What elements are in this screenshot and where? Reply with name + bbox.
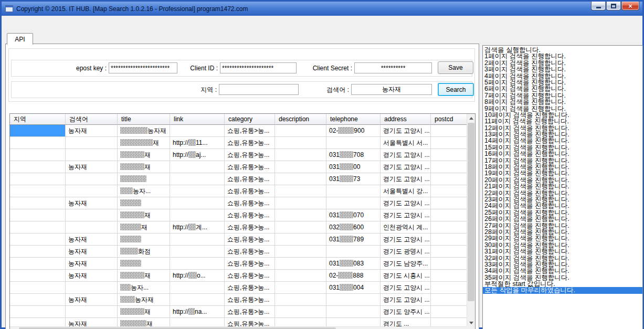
grid-cell[interactable]: 농자재 <box>66 294 118 306</box>
grid-cell[interactable] <box>170 125 225 137</box>
grid-cell[interactable]: 쇼핑,유통>농... <box>225 282 275 294</box>
grid-cell[interactable]: 농자재 <box>66 318 118 327</box>
grid-cell[interactable] <box>10 234 66 246</box>
grid-cell[interactable] <box>10 294 66 306</box>
grid-cell[interactable] <box>170 318 225 327</box>
grid-cell[interactable] <box>275 306 326 318</box>
grid-cell[interactable] <box>10 258 66 270</box>
grid-cell[interactable] <box>431 161 467 173</box>
grid-cell[interactable] <box>10 246 66 258</box>
grid-cell[interactable] <box>170 234 225 246</box>
grid-cell[interactable] <box>66 306 118 318</box>
grid-cell[interactable]: 쇼핑,유통>농... <box>225 234 275 246</box>
column-header[interactable]: telephone <box>326 114 381 125</box>
grid-cell[interactable] <box>326 137 381 149</box>
grid-cell[interactable]: 재 <box>118 137 170 149</box>
client-id-field[interactable] <box>220 62 297 73</box>
column-header[interactable]: link <box>170 114 225 125</box>
grid-cell[interactable]: 경기도 고양시 ... <box>381 234 431 246</box>
grid-cell[interactable]: 02-900 <box>326 125 381 137</box>
grid-cell[interactable]: 쇼핑,유통>농... <box>225 185 275 197</box>
grid-cell[interactable] <box>275 221 326 234</box>
grid-cell[interactable]: 농자재 <box>66 234 118 246</box>
grid-cell[interactable] <box>326 318 381 327</box>
tab-api[interactable]: API <box>7 33 33 45</box>
grid-cell[interactable]: 재 <box>118 306 170 318</box>
grid-cell[interactable] <box>118 234 170 246</box>
vertical-scrollbar[interactable] <box>467 114 475 327</box>
keyword-field[interactable] <box>351 84 432 95</box>
grid-cell[interactable] <box>431 125 467 137</box>
grid-cell[interactable] <box>275 125 326 137</box>
grid-cell[interactable]: 031083 <box>326 258 381 270</box>
grid-cell[interactable]: 쇼핑,유통>농... <box>225 258 275 270</box>
column-header[interactable]: address <box>381 114 431 125</box>
grid-cell[interactable]: 쇼핑,유통>농... <box>225 306 275 318</box>
grid-cell[interactable] <box>275 161 326 173</box>
grid-cell[interactable] <box>10 137 66 149</box>
grid-cell[interactable]: 경기도 고양시 ... <box>381 161 431 173</box>
grid-cell[interactable] <box>275 234 326 246</box>
grid-cell[interactable]: 쇼핑,유통>농... <box>225 318 275 327</box>
grid-cell[interactable] <box>275 318 326 327</box>
grid-cell[interactable] <box>170 185 225 197</box>
grid-cell[interactable] <box>275 270 326 282</box>
grid-cell[interactable] <box>170 294 225 306</box>
grid-cell[interactable] <box>10 161 66 173</box>
grid-cell[interactable] <box>170 209 225 221</box>
grid-cell[interactable] <box>275 185 326 197</box>
column-header[interactable]: category <box>225 114 275 125</box>
grid-cell[interactable] <box>66 221 118 234</box>
grid-cell[interactable]: 재 <box>118 318 170 327</box>
grid-cell[interactable] <box>431 173 467 185</box>
grid-cell[interactable]: 농자재 <box>118 125 170 137</box>
grid-cell[interactable] <box>431 185 467 197</box>
grid-cell[interactable]: 농자재 <box>66 270 118 282</box>
grid-cell[interactable] <box>118 258 170 270</box>
grid-cell[interactable] <box>10 173 66 185</box>
grid-cell[interactable] <box>10 282 66 294</box>
grid-cell[interactable] <box>10 221 66 234</box>
grid-cell[interactable]: 쇼핑,유통>농... <box>225 294 275 306</box>
grid-cell[interactable]: 경기도 고양시 ... <box>381 173 431 185</box>
grid-cell[interactable] <box>431 209 467 221</box>
grid-cell[interactable]: 032600 <box>326 221 381 234</box>
grid-cell[interactable]: 경기도 양주시 ... <box>381 306 431 318</box>
grid-cell[interactable] <box>275 294 326 306</box>
scroll-left-button[interactable] <box>10 327 18 329</box>
grid-cell[interactable]: 농자재 <box>66 246 118 258</box>
grid-cell[interactable]: 경기도 고양시 ... <box>381 149 431 161</box>
grid-cell[interactable]: 쇼핑,유통>농... <box>225 221 275 234</box>
column-header[interactable]: postcd <box>431 114 467 125</box>
grid-cell[interactable]: 경기도 ... <box>381 318 431 327</box>
grid-cell[interactable] <box>431 258 467 270</box>
grid-cell[interactable]: 경기도 남양주... <box>381 258 431 270</box>
grid-cell[interactable] <box>431 221 467 234</box>
grid-cell[interactable]: 경기도 고양시 ... <box>381 282 431 294</box>
grid-cell[interactable] <box>118 173 170 185</box>
grid-cell[interactable]: 경기도 고양시 ... <box>381 197 431 209</box>
grid-cell[interactable]: 쇼핑,유통>농... <box>225 173 275 185</box>
grid-cell[interactable] <box>66 185 118 197</box>
grid-cell[interactable] <box>275 209 326 221</box>
close-button[interactable]: × <box>621 2 639 10</box>
grid-cell[interactable] <box>326 185 381 197</box>
grid-cell[interactable]: 농자재 <box>118 294 170 306</box>
log-panel[interactable]: 검색을 실행합니다.1페이지 검색을 진행합니다.2페이지 검색을 진행합니다.… <box>482 45 643 329</box>
scroll-right-button[interactable] <box>459 327 467 329</box>
grid-cell[interactable] <box>275 197 326 209</box>
grid-cell[interactable]: 031789 <box>326 234 381 246</box>
grid-cell[interactable]: 화점 <box>118 246 170 258</box>
grid-cell[interactable] <box>275 282 326 294</box>
region-field[interactable] <box>219 84 299 95</box>
grid-cell[interactable]: 쇼핑,유통>농... <box>225 149 275 161</box>
grid-cell[interactable]: http://11... <box>170 137 225 149</box>
grid-cell[interactable] <box>431 294 467 306</box>
grid-cell[interactable]: 쇼핑,유통>농... <box>225 209 275 221</box>
grid-cell[interactable] <box>170 161 225 173</box>
grid-cell[interactable]: 02-888 <box>326 270 381 282</box>
grid-cell[interactable]: 쇼핑,유통>농... <box>225 137 275 149</box>
grid-cell[interactable] <box>275 258 326 270</box>
grid-cell[interactable] <box>431 246 467 258</box>
grid-cell[interactable] <box>66 209 118 221</box>
